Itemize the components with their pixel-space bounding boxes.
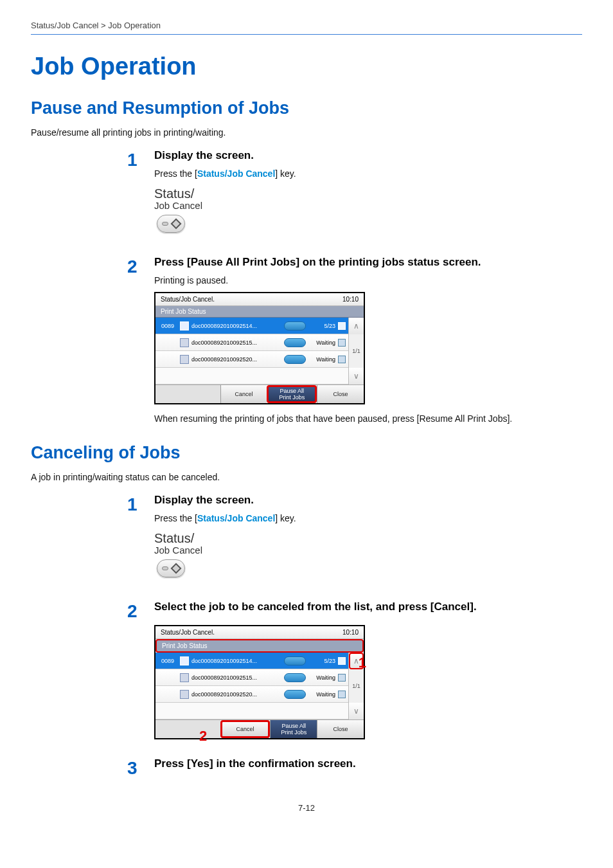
panel-tab[interactable]: Print Job Status: [155, 306, 364, 318]
file-icon: [180, 355, 189, 364]
progress-icon: [284, 355, 306, 364]
key-label-line1: Status/: [154, 531, 582, 546]
job-filename: doc0000892010092520...: [191, 356, 281, 363]
intro-cancel: A job in printing/waiting status can be …: [31, 472, 582, 482]
panel-tab[interactable]: Print Job Status: [155, 639, 364, 653]
step-number: 3: [127, 757, 154, 777]
spacer: [155, 385, 220, 403]
breadcrumb: Status/Job Cancel > Job Operation: [31, 21, 582, 34]
progress-icon: [284, 690, 306, 699]
step-heading: Select the job to be canceled from the l…: [154, 601, 582, 613]
divider: [31, 34, 582, 35]
job-number: 0089: [158, 323, 177, 329]
table-row-empty: [155, 368, 348, 384]
step-heading: Display the screen.: [154, 494, 582, 507]
step-heading: Press [Pause All Print Jobs] on the prin…: [154, 256, 582, 269]
key-illustration: Status/ Job Cancel: [154, 186, 582, 233]
status-icon: [338, 691, 346, 698]
progress-icon: [284, 673, 306, 682]
job-filename: doc0000892010092520...: [191, 691, 281, 698]
job-filename: doc0000892010092515...: [191, 674, 281, 681]
pause-step-2: 2 Press [Pause All Print Jobs] on the pr…: [127, 256, 582, 430]
page-number: 7-12: [31, 803, 582, 813]
table-row-empty: [155, 703, 348, 719]
cancel-step-1: 1 Display the screen. Press the [Status/…: [127, 494, 582, 595]
step-after-text: When resuming the printing of jobs that …: [154, 413, 582, 424]
job-status: Waiting: [308, 691, 335, 698]
cancel-button[interactable]: Cancel: [220, 720, 271, 738]
cancel-step-2: 2 Select the job to be canceled from the…: [127, 601, 582, 748]
panel-title: Status/Job Cancel.: [161, 296, 215, 303]
job-filename: doc0000892010092514...: [191, 323, 281, 329]
close-button[interactable]: Close: [317, 385, 364, 403]
spacer: [155, 720, 220, 738]
table-row[interactable]: doc0000892010092520... Waiting: [155, 351, 348, 368]
table-row[interactable]: 0089 doc0000892010092514... 5/23: [155, 318, 348, 334]
step-number: 1: [127, 494, 154, 514]
cancel-step-3: 3 Press [Yes] in the confirmation screen…: [127, 757, 582, 777]
status-job-cancel-key-icon: [157, 559, 185, 577]
file-icon: [180, 673, 189, 682]
step-text: Press the [Status/Job Cancel] key.: [154, 168, 582, 179]
page-indicator: 1/1: [349, 669, 364, 703]
callout-1: 1: [359, 655, 366, 671]
cancel-button[interactable]: Cancel: [220, 385, 267, 403]
status-icon: [338, 674, 346, 682]
section-heading-pause: Pause and Resumption of Jobs: [31, 98, 582, 118]
panel-title: Status/Job Cancel.: [161, 629, 215, 636]
step-number: 2: [127, 601, 154, 620]
step-number: 1: [127, 149, 154, 169]
progress-icon: [284, 656, 306, 665]
job-status: Waiting: [308, 674, 335, 681]
status-icon: [338, 339, 346, 347]
file-icon: [180, 338, 189, 347]
pause-all-print-jobs-button[interactable]: Pause All Print Jobs: [270, 720, 317, 738]
close-button[interactable]: Close: [317, 720, 364, 738]
job-number: 0089: [158, 658, 177, 664]
step-number: 2: [127, 256, 154, 276]
pause-step-1: 1 Display the screen. Press the [Status/…: [127, 149, 582, 251]
status-job-cancel-key-icon: [157, 215, 185, 233]
step-heading: Display the screen.: [154, 149, 582, 162]
job-status: Waiting: [308, 356, 335, 363]
scroll-up-icon[interactable]: ∧: [349, 318, 364, 334]
panel-print-job-status: Status/Job Cancel. 10:10 Print Job Statu…: [154, 625, 365, 739]
page-title: Job Operation: [31, 53, 582, 80]
panel-print-job-status: Status/Job Cancel. 10:10 Print Job Statu…: [154, 292, 365, 404]
callout-2: 2: [199, 728, 207, 745]
page-indicator: 1/1: [349, 334, 364, 368]
step-text: Press the [Status/Job Cancel] key.: [154, 513, 582, 523]
status-icon: [338, 657, 346, 665]
scroll-down-icon[interactable]: ∨: [349, 368, 364, 384]
step-subtext: Printing is paused.: [154, 275, 582, 285]
file-icon: [180, 321, 189, 330]
intro-pause: Pause/resume all printing jobs in printi…: [31, 127, 582, 138]
job-status: 5/23: [308, 323, 335, 329]
section-heading-cancel: Canceling of Jobs: [31, 443, 582, 463]
job-filename: doc0000892010092515...: [191, 339, 281, 346]
status-icon: [338, 322, 346, 330]
table-row[interactable]: doc0000892010092515... Waiting: [155, 669, 348, 686]
status-icon: [338, 356, 346, 363]
table-row[interactable]: doc0000892010092515... Waiting: [155, 334, 348, 351]
key-label-line2: Job Cancel: [154, 200, 582, 211]
status-job-cancel-key-label: Status/Job Cancel: [197, 168, 275, 179]
table-row[interactable]: doc0000892010092520... Waiting: [155, 686, 348, 703]
table-row[interactable]: 0089 doc0000892010092514... 5/23: [155, 653, 348, 669]
progress-icon: [284, 321, 306, 330]
key-label-line2: Job Cancel: [154, 545, 582, 556]
pause-all-print-jobs-button[interactable]: Pause All Print Jobs: [267, 385, 317, 403]
key-illustration: Status/ Job Cancel: [154, 531, 582, 577]
job-status: 5/23: [308, 658, 335, 664]
step-heading: Press [Yes] in the confirmation screen.: [154, 757, 582, 770]
progress-icon: [284, 338, 306, 347]
job-status: Waiting: [308, 339, 335, 346]
file-icon: [180, 690, 189, 699]
panel-time: 10:10: [342, 629, 359, 636]
panel-time: 10:10: [342, 296, 359, 303]
status-job-cancel-key-label: Status/Job Cancel: [197, 513, 275, 523]
scroll-down-icon[interactable]: ∨: [349, 703, 364, 719]
job-filename: doc0000892010092514...: [191, 658, 281, 664]
key-label-line1: Status/: [154, 186, 582, 201]
file-icon: [180, 656, 189, 665]
